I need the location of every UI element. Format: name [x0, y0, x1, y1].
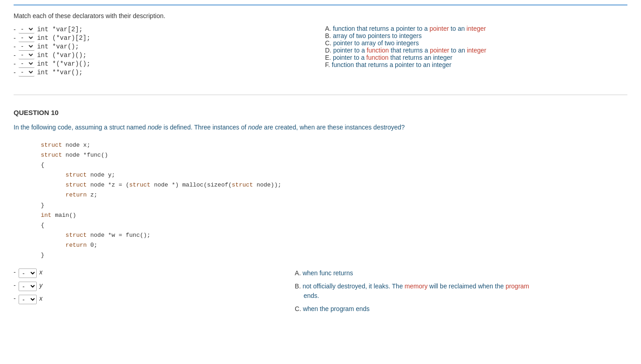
question-10-label: QUESTION 10 — [14, 109, 627, 116]
ans-select-y[interactable]: -ABC — [19, 282, 37, 291]
match-right-item-E: E. pointer to a function that returns an… — [325, 54, 627, 61]
match-left-item-4: - -ABCDEF int (*var)(); — [14, 51, 316, 59]
answers-container: - -ABC x - -ABC y - -ABC — [14, 268, 627, 317]
question-10-text: In the following code, assuming a struct… — [14, 123, 627, 132]
opt-label-A: A. — [295, 269, 302, 277]
code-line-4: struct node y; — [41, 170, 627, 180]
match-right-item-D: D. pointer to a function that returns a … — [325, 47, 627, 54]
dash-4: - — [14, 52, 16, 59]
answers-right: A. when func returns B. not officially d… — [295, 268, 627, 317]
match-left-item-3: - -ABCDEF int *var(); — [14, 42, 316, 51]
code-line-1: struct node x; — [41, 140, 627, 150]
answer-row-x1: - -ABC x — [14, 268, 286, 278]
code-line-6: return z; — [41, 190, 627, 200]
match-select-6[interactable]: -ABCDEF — [19, 68, 34, 77]
section-divider — [14, 95, 627, 95]
match-section: Match each of these declarators with the… — [14, 5, 627, 86]
match-code-3: int *var(); — [37, 43, 79, 50]
dash-5: - — [14, 60, 16, 67]
right-label-B: B. — [325, 32, 333, 39]
ans-select-x1[interactable]: -ABC — [19, 268, 37, 278]
match-left-item-2: - -ABCDEF int (*var)[2]; — [14, 34, 316, 42]
code-block: struct node x; struct node *func() { str… — [41, 140, 627, 260]
right-label-E: E. — [325, 54, 333, 61]
right-text-F: function that returns a pointer to an in… — [332, 61, 452, 68]
ans-var-x1: x — [39, 268, 43, 276]
match-right-col: A. function that returns a pointer to a … — [325, 25, 627, 77]
right-text-C: pointer to array of two integers — [333, 39, 419, 47]
match-right-item-A: A. function that returns a pointer to a … — [325, 25, 627, 32]
ans-select-x2[interactable]: -ABC — [19, 295, 37, 304]
answer-option-B: B. not officially destroyed, it leaks. T… — [295, 282, 627, 301]
match-code-6: int **var(); — [37, 69, 83, 76]
opt-text-A: when func returns — [302, 269, 353, 277]
match-code-1: int *var[2]; — [37, 26, 83, 33]
match-code-4: int (*var)(); — [37, 52, 87, 59]
right-text-D: pointer to a function that returns a poi… — [333, 47, 486, 54]
code-line-7: } — [41, 201, 627, 211]
ans-var-y: y — [39, 282, 43, 289]
match-right-item-B: B. array of two pointers to integers — [325, 32, 627, 39]
code-line-3: { — [41, 160, 627, 170]
match-select-2[interactable]: -ABCDEF — [19, 34, 34, 42]
code-line-8: int main() — [41, 211, 627, 220]
right-label-D: D. — [325, 47, 333, 54]
code-line-10: struct node *w = func(); — [41, 230, 627, 240]
right-label-C: C. — [325, 39, 333, 47]
code-line-12: } — [41, 250, 627, 260]
ans-dash-2: - — [14, 282, 16, 289]
match-left-item-1: - -ABCDEF int *var[2]; — [14, 25, 316, 34]
match-select-3[interactable]: -ABCDEF — [19, 42, 34, 51]
dash-3: - — [14, 43, 16, 50]
match-left-col: - -ABCDEF int *var[2]; - -ABCDEF int (*v… — [14, 25, 316, 77]
match-select-5[interactable]: -ABCDEF — [19, 59, 34, 68]
match-select-1[interactable]: -ABCDEF — [19, 25, 34, 34]
answer-row-y: - -ABC y — [14, 282, 286, 291]
question-10-section: QUESTION 10 In the following code, assum… — [14, 104, 627, 322]
dash-6: - — [14, 69, 16, 76]
answer-option-A: A. when func returns — [295, 268, 627, 278]
opt-label-B: B. — [295, 283, 302, 290]
right-label-F: F. — [325, 61, 332, 68]
opt-label-C: C. — [295, 305, 303, 312]
answer-option-C: C. when the program ends — [295, 304, 627, 314]
ans-dash-1: - — [14, 268, 16, 276]
page-container: Match each of these declarators with the… — [0, 0, 641, 331]
answer-row-x2: - -ABC x — [14, 295, 286, 304]
code-line-2: struct node *func() — [41, 150, 627, 160]
dash-2: - — [14, 34, 16, 42]
right-label-A: A. — [325, 25, 333, 32]
code-line-5: struct node *z = (struct node *) malloc(… — [41, 180, 627, 190]
opt-text-B: not officially destroyed, it leaks. The … — [295, 283, 529, 299]
ans-var-x2: x — [39, 295, 43, 302]
opt-text-C: when the program ends — [303, 305, 369, 312]
ans-dash-3: - — [14, 295, 16, 302]
match-code-5: int *(*var)(); — [37, 60, 91, 67]
match-left-item-5: - -ABCDEF int *(*var)(); — [14, 59, 316, 68]
code-line-11: return 0; — [41, 240, 627, 250]
match-code-2: int (*var)[2]; — [37, 34, 91, 42]
answers-left: - -ABC x - -ABC y - -ABC — [14, 268, 286, 317]
code-line-9: { — [41, 220, 627, 230]
right-text-E: pointer to a function that returns an in… — [333, 54, 452, 61]
right-text-A: function that returns a pointer to a poi… — [333, 25, 486, 32]
dash-1: - — [14, 26, 16, 33]
right-text-B: array of two pointers to integers — [333, 32, 422, 39]
match-instruction: Match each of these declarators with the… — [14, 12, 627, 19]
match-select-4[interactable]: -ABCDEF — [19, 51, 34, 59]
match-right-item-F: F. function that returns a pointer to an… — [325, 61, 627, 68]
match-left-item-6: - -ABCDEF int **var(); — [14, 68, 316, 77]
match-right-item-C: C. pointer to array of two integers — [325, 39, 627, 47]
match-grid: - -ABCDEF int *var[2]; - -ABCDEF int (*v… — [14, 25, 627, 77]
